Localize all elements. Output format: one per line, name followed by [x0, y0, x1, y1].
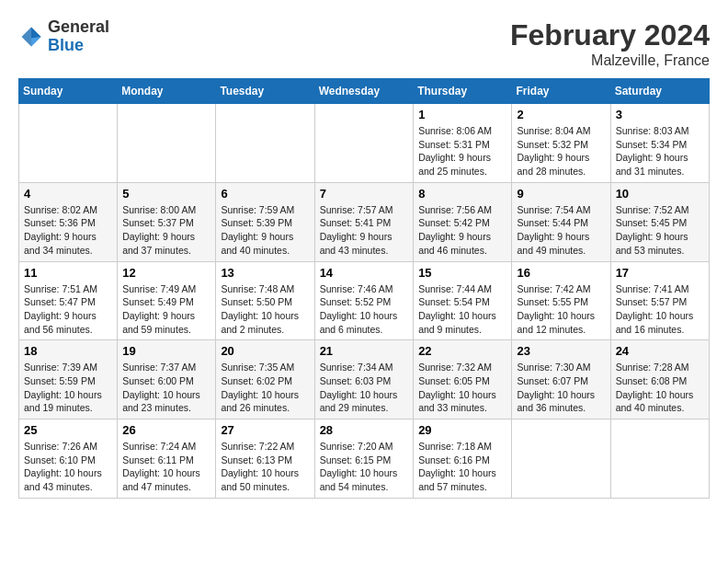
cell-day-number: 4 [24, 187, 112, 201]
calendar-cell: 27Sunrise: 7:22 AM Sunset: 6:13 PM Dayli… [216, 419, 314, 499]
calendar-cell: 9Sunrise: 7:54 AM Sunset: 5:44 PM Daylig… [512, 182, 610, 261]
cell-day-info: Sunrise: 8:00 AM Sunset: 5:37 PM Dayligh… [122, 203, 210, 258]
calendar-cell: 28Sunrise: 7:20 AM Sunset: 6:15 PM Dayli… [314, 419, 414, 499]
cell-day-info: Sunrise: 7:34 AM Sunset: 6:03 PM Dayligh… [320, 361, 409, 415]
cell-day-number: 3 [616, 108, 704, 121]
cell-day-info: Sunrise: 7:22 AM Sunset: 6:13 PM Dayligh… [221, 440, 309, 494]
calendar-cell [216, 104, 314, 183]
cell-day-info: Sunrise: 8:04 AM Sunset: 5:32 PM Dayligh… [517, 124, 605, 178]
cell-day-info: Sunrise: 7:28 AM Sunset: 6:08 PM Dayligh… [616, 361, 704, 415]
header-day-tuesday: Tuesday [216, 79, 314, 104]
calendar-cell: 22Sunrise: 7:32 AM Sunset: 6:05 PM Dayli… [414, 340, 512, 419]
cell-day-number: 20 [221, 344, 309, 358]
logo-general: General [48, 18, 109, 37]
calendar-cell [610, 419, 709, 499]
header-row: SundayMondayTuesdayWednesdayThursdayFrid… [19, 79, 710, 104]
cell-day-number: 10 [616, 187, 704, 201]
calendar-cell: 19Sunrise: 7:37 AM Sunset: 6:00 PM Dayli… [118, 340, 216, 419]
logo-text: General Blue [48, 18, 109, 55]
cell-day-number: 8 [418, 187, 506, 201]
page-title: February 2024 [510, 18, 710, 52]
cell-day-number: 13 [221, 266, 309, 280]
week-row-3: 11Sunrise: 7:51 AM Sunset: 5:47 PM Dayli… [19, 261, 710, 340]
cell-day-number: 22 [418, 344, 506, 358]
calendar-table: SundayMondayTuesdayWednesdayThursdayFrid… [18, 78, 710, 499]
cell-day-number: 21 [320, 344, 409, 358]
week-row-4: 18Sunrise: 7:39 AM Sunset: 5:59 PM Dayli… [19, 340, 710, 419]
cell-day-info: Sunrise: 7:37 AM Sunset: 6:00 PM Dayligh… [122, 361, 210, 415]
calendar-cell: 8Sunrise: 7:56 AM Sunset: 5:42 PM Daylig… [414, 182, 512, 261]
week-row-5: 25Sunrise: 7:26 AM Sunset: 6:10 PM Dayli… [19, 419, 710, 499]
calendar-cell: 11Sunrise: 7:51 AM Sunset: 5:47 PM Dayli… [19, 261, 118, 340]
title-block: February 2024 Malzeville, France [510, 18, 710, 69]
cell-day-info: Sunrise: 7:57 AM Sunset: 5:41 PM Dayligh… [320, 203, 409, 258]
cell-day-number: 26 [122, 423, 210, 437]
calendar-cell: 16Sunrise: 7:42 AM Sunset: 5:55 PM Dayli… [512, 261, 610, 340]
logo-blue: Blue [48, 37, 109, 55]
cell-day-number: 17 [616, 266, 704, 280]
page-header: General Blue February 2024 Malzeville, F… [18, 18, 710, 69]
cell-day-number: 7 [320, 187, 409, 201]
calendar-cell [512, 419, 610, 499]
header-day-saturday: Saturday [610, 79, 709, 104]
calendar-cell: 13Sunrise: 7:48 AM Sunset: 5:50 PM Dayli… [216, 261, 314, 340]
calendar-cell: 2Sunrise: 8:04 AM Sunset: 5:32 PM Daylig… [512, 104, 610, 183]
cell-day-number: 14 [320, 266, 409, 280]
cell-day-info: Sunrise: 7:49 AM Sunset: 5:49 PM Dayligh… [122, 282, 210, 337]
header-day-monday: Monday [118, 79, 216, 104]
cell-day-number: 24 [616, 344, 704, 358]
page-subtitle: Malzeville, France [510, 52, 710, 69]
calendar-cell: 14Sunrise: 7:46 AM Sunset: 5:52 PM Dayli… [314, 261, 414, 340]
week-row-2: 4Sunrise: 8:02 AM Sunset: 5:36 PM Daylig… [19, 182, 710, 261]
calendar-cell: 5Sunrise: 8:00 AM Sunset: 5:37 PM Daylig… [118, 182, 216, 261]
cell-day-info: Sunrise: 7:30 AM Sunset: 6:07 PM Dayligh… [517, 361, 605, 415]
week-row-1: 1Sunrise: 8:06 AM Sunset: 5:31 PM Daylig… [19, 104, 710, 183]
cell-day-info: Sunrise: 7:32 AM Sunset: 6:05 PM Dayligh… [418, 361, 506, 415]
calendar-cell: 17Sunrise: 7:41 AM Sunset: 5:57 PM Dayli… [610, 261, 709, 340]
cell-day-info: Sunrise: 7:24 AM Sunset: 6:11 PM Dayligh… [122, 440, 210, 494]
cell-day-number: 16 [517, 266, 605, 280]
header-day-sunday: Sunday [19, 79, 118, 104]
cell-day-info: Sunrise: 8:03 AM Sunset: 5:34 PM Dayligh… [616, 124, 704, 178]
cell-day-info: Sunrise: 7:52 AM Sunset: 5:45 PM Dayligh… [616, 203, 704, 258]
cell-day-info: Sunrise: 7:46 AM Sunset: 5:52 PM Dayligh… [320, 282, 409, 337]
calendar-cell: 6Sunrise: 7:59 AM Sunset: 5:39 PM Daylig… [216, 182, 314, 261]
calendar-cell: 15Sunrise: 7:44 AM Sunset: 5:54 PM Dayli… [414, 261, 512, 340]
cell-day-number: 9 [517, 187, 605, 201]
calendar-cell: 3Sunrise: 8:03 AM Sunset: 5:34 PM Daylig… [610, 104, 709, 183]
cell-day-number: 29 [418, 423, 506, 437]
cell-day-number: 11 [24, 266, 112, 280]
calendar-header: SundayMondayTuesdayWednesdayThursdayFrid… [19, 79, 710, 104]
cell-day-info: Sunrise: 7:41 AM Sunset: 5:57 PM Dayligh… [616, 282, 704, 337]
calendar-cell: 12Sunrise: 7:49 AM Sunset: 5:49 PM Dayli… [118, 261, 216, 340]
cell-day-info: Sunrise: 7:48 AM Sunset: 5:50 PM Dayligh… [221, 282, 309, 337]
calendar-cell: 24Sunrise: 7:28 AM Sunset: 6:08 PM Dayli… [610, 340, 709, 419]
calendar-cell: 21Sunrise: 7:34 AM Sunset: 6:03 PM Dayli… [314, 340, 414, 419]
header-day-wednesday: Wednesday [314, 79, 414, 104]
calendar-cell: 1Sunrise: 8:06 AM Sunset: 5:31 PM Daylig… [414, 104, 512, 183]
cell-day-info: Sunrise: 7:26 AM Sunset: 6:10 PM Dayligh… [24, 440, 112, 494]
cell-day-number: 1 [418, 108, 506, 121]
cell-day-info: Sunrise: 7:35 AM Sunset: 6:02 PM Dayligh… [221, 361, 309, 415]
calendar-cell: 25Sunrise: 7:26 AM Sunset: 6:10 PM Dayli… [19, 419, 118, 499]
cell-day-info: Sunrise: 7:20 AM Sunset: 6:15 PM Dayligh… [320, 440, 409, 494]
cell-day-info: Sunrise: 8:02 AM Sunset: 5:36 PM Dayligh… [24, 203, 112, 258]
cell-day-number: 15 [418, 266, 506, 280]
calendar-cell: 20Sunrise: 7:35 AM Sunset: 6:02 PM Dayli… [216, 340, 314, 419]
cell-day-info: Sunrise: 7:59 AM Sunset: 5:39 PM Dayligh… [221, 203, 309, 258]
cell-day-number: 23 [517, 344, 605, 358]
cell-day-number: 6 [221, 187, 309, 201]
calendar-cell [118, 104, 216, 183]
cell-day-info: Sunrise: 7:42 AM Sunset: 5:55 PM Dayligh… [517, 282, 605, 337]
cell-day-number: 12 [122, 266, 210, 280]
header-day-friday: Friday [512, 79, 610, 104]
header-day-thursday: Thursday [414, 79, 512, 104]
cell-day-info: Sunrise: 7:56 AM Sunset: 5:42 PM Dayligh… [418, 203, 506, 258]
calendar-cell: 7Sunrise: 7:57 AM Sunset: 5:41 PM Daylig… [314, 182, 414, 261]
cell-day-number: 5 [122, 187, 210, 201]
calendar-cell: 29Sunrise: 7:18 AM Sunset: 6:16 PM Dayli… [414, 419, 512, 499]
logo: General Blue [18, 18, 109, 55]
cell-day-info: Sunrise: 7:51 AM Sunset: 5:47 PM Dayligh… [24, 282, 112, 337]
cell-day-info: Sunrise: 7:18 AM Sunset: 6:16 PM Dayligh… [418, 440, 506, 494]
calendar-cell: 4Sunrise: 8:02 AM Sunset: 5:36 PM Daylig… [19, 182, 118, 261]
